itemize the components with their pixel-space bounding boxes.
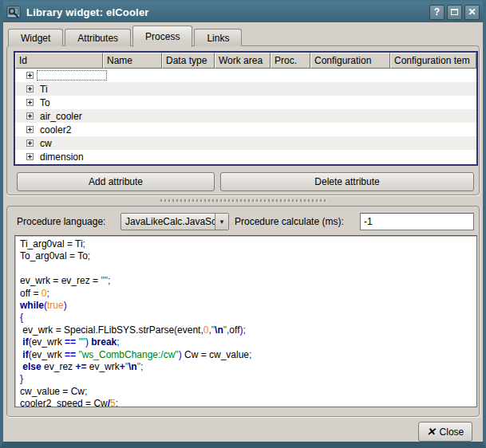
procedure-calc-label: Procedure calculate (ms): [235,216,344,227]
code-line: if(ev_wrk == "") break; [20,336,472,348]
code-line: while(true) [20,300,472,312]
tree-expand-icon[interactable] [26,72,34,79]
tab-widget[interactable]: Widget [8,29,63,46]
row-id-label: air_cooler [40,111,82,122]
code-line: cooler2_speed = Cw/5; [20,398,472,407]
tree-expand-icon[interactable] [26,99,34,106]
code-line: { [20,312,472,324]
dialog-body: WidgetAttributesProcessLinks IdNameData … [3,22,483,442]
row-id-label: cooler2 [40,124,71,136]
column-header-proc-[interactable]: Proc. [271,53,310,69]
tab-attributes[interactable]: Attributes [65,29,131,46]
column-header-configuration[interactable]: Configuration [310,53,390,69]
table-row-dimension[interactable]: dimension [15,150,476,163]
procedure-code-editor[interactable]: Ti_arg0val = Ti;To_arg0val = To; ev_wrk … [14,235,477,407]
column-header-data-type[interactable]: Data type [162,53,215,69]
column-header-work-area[interactable]: Work area [215,53,271,69]
add-attribute-button[interactable]: Add attribute [17,172,215,191]
table-row-air_cooler[interactable]: air_cooler [15,109,476,123]
procedure-calc-input[interactable] [360,213,474,230]
procedure-controls: Procedure language: JavaLikeCalc.JavaScr… [7,213,479,230]
tree-expand-icon[interactable] [26,112,34,120]
code-line: if(ev_wrk == "ws_CombChange:/cw") Cw = c… [20,349,472,361]
close-button-label: Close [440,426,464,438]
maximize-button[interactable] [447,5,462,20]
table-row-new[interactable] [15,69,476,82]
procedure-language-select[interactable]: JavaLikeCalc.JavaScr ▼ [121,213,229,230]
tree-expand-icon[interactable] [26,85,34,92]
table-body: TiToair_coolercooler2cwdimension [15,69,476,163]
column-header-name[interactable]: Name [103,53,162,69]
delete-attribute-button[interactable]: Delete attribute [220,172,474,191]
code-line: else ev_rez += ev_wrk+"\n"; [20,361,472,373]
widget-library-icon [6,6,22,19]
titlebar[interactable]: Library widget: elCooler ?✕ [3,2,483,22]
titlebar-buttons: ?✕ [429,5,480,20]
close-button[interactable]: ✕ [464,5,480,20]
code-line [20,263,472,275]
code-line: Ti_arg0val = Ti; [20,238,472,250]
procedure-language-label: Procedure language: [17,216,105,227]
window-title: Library widget: elCooler [26,6,425,18]
table-row-To[interactable]: To [15,96,476,109]
column-header-id[interactable]: Id [15,53,103,69]
column-header-configuration-tem[interactable]: Configuration tem [390,53,476,69]
code-line: ev_wrk = ev_rez = ""; [20,275,472,287]
help-button[interactable]: ? [429,5,445,20]
code-line: ev_wrk = Special.FLibSYS.strParse(event,… [20,324,472,336]
procedure-pane: Procedure language: JavaLikeCalc.JavaScr… [6,206,480,417]
table-row-Ti[interactable]: Ti [15,82,476,96]
row-focus-rect [37,70,107,81]
tree-expand-icon[interactable] [26,126,34,133]
row-id-label: cw [40,138,52,149]
procedure-language-value: JavaLikeCalc.JavaScr [121,216,215,227]
dialog-window: Library widget: elCooler ?✕ WidgetAttrib… [0,0,486,448]
attributes-pane: IdNameData typeWork areaProc.Configurati… [6,45,480,195]
tab-process[interactable]: Process [132,26,192,47]
code-line: } [20,373,472,385]
maximize-icon [451,9,458,15]
close-button[interactable]: ✕ Close [418,422,472,442]
splitter-handle[interactable] [6,196,480,205]
tab-links[interactable]: Links [194,29,242,46]
tabbar: WidgetAttributesProcessLinks [8,25,243,46]
code-line: To_arg0val = To; [20,250,472,262]
table-row-cw[interactable]: cw [15,136,476,150]
chevron-down-icon: ▼ [215,214,228,230]
code-line: cw_value = Cw; [20,386,472,398]
attributes-table[interactable]: IdNameData typeWork areaProc.Configurati… [14,51,478,166]
table-header: IdNameData typeWork areaProc.Configurati… [15,53,476,69]
row-id-label: Ti [40,84,48,95]
row-id-label: dimension [40,151,84,163]
splitter-dots-icon [160,199,326,202]
tree-expand-icon[interactable] [26,140,34,147]
tree-expand-icon[interactable] [26,153,34,160]
table-row-cooler2[interactable]: cooler2 [15,123,476,136]
close-icon: ✕ [427,426,436,438]
code-line: off = 0; [20,288,472,300]
row-id-label: To [40,97,50,108]
